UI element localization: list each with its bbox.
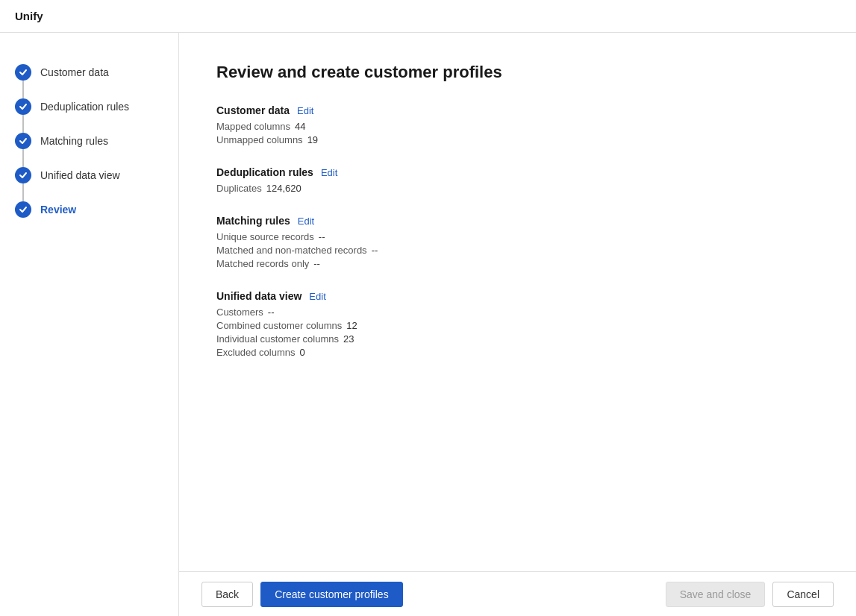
sidebar-item-review[interactable]: Review <box>0 192 178 227</box>
content-area: Review and create customer profiles Cust… <box>179 33 856 571</box>
sidebar-item-label-deduplication-rules: Deduplication rules <box>40 101 129 113</box>
sidebar: Customer data Deduplication rules Matchi… <box>0 33 179 616</box>
customer-data-section: Customer dataEditMapped columns44Unmappe… <box>216 104 819 145</box>
sidebar-item-label-customer-data: Customer data <box>40 66 109 78</box>
deduplication-rules-section-edit-link[interactable]: Edit <box>321 167 337 178</box>
section-row: Combined customer columns12 <box>216 320 819 331</box>
sidebar-item-label-matching-rules: Matching rules <box>40 135 108 147</box>
matching-rules-section: Matching rulesEditUnique source records-… <box>216 215 819 269</box>
row-value: -- <box>268 307 275 318</box>
row-value: -- <box>313 258 320 269</box>
step-icon-review <box>15 201 31 218</box>
section-row: Individual customer columns23 <box>216 333 819 345</box>
app-title: Unify <box>15 10 43 22</box>
row-label: Individual customer columns <box>216 333 339 345</box>
sidebar-item-label-review: Review <box>40 204 76 216</box>
row-label: Matched and non-matched records <box>216 245 367 256</box>
row-label: Mapped columns <box>216 121 290 132</box>
unified-data-view-section-title: Unified data view <box>216 290 302 302</box>
section-row: Mapped columns44 <box>216 121 819 132</box>
section-row: Unmapped columns19 <box>216 134 819 145</box>
section-row: Matched and non-matched records-- <box>216 245 819 256</box>
row-label: Customers <box>216 307 263 318</box>
sidebar-item-matching-rules[interactable]: Matching rules <box>0 124 178 158</box>
cancel-button[interactable]: Cancel <box>772 582 834 607</box>
section-row: Customers-- <box>216 307 819 318</box>
row-label: Unique source records <box>216 231 314 242</box>
section-row: Unique source records-- <box>216 231 819 242</box>
step-icon-unified-data-view <box>15 167 31 183</box>
back-button[interactable]: Back <box>201 582 253 607</box>
row-value: 0 <box>300 347 305 358</box>
unified-data-view-section-header: Unified data viewEdit <box>216 290 819 302</box>
main-layout: Customer data Deduplication rules Matchi… <box>0 33 856 616</box>
deduplication-rules-section-title: Deduplication rules <box>216 166 313 178</box>
app-header: Unify <box>0 0 856 33</box>
customer-data-section-edit-link[interactable]: Edit <box>297 105 313 116</box>
row-label: Duplicates <box>216 183 262 194</box>
sidebar-item-deduplication-rules[interactable]: Deduplication rules <box>0 89 178 124</box>
matching-rules-section-title: Matching rules <box>216 215 290 227</box>
step-icon-customer-data <box>15 64 31 81</box>
customer-data-section-title: Customer data <box>216 104 290 116</box>
row-value: 12 <box>346 320 357 331</box>
row-value: 19 <box>307 134 318 145</box>
matching-rules-section-header: Matching rulesEdit <box>216 215 819 227</box>
section-row: Excluded columns0 <box>216 347 819 358</box>
deduplication-rules-section: Deduplication rulesEditDuplicates124,620 <box>216 166 819 194</box>
row-label: Unmapped columns <box>216 134 303 145</box>
main-content: Review and create customer profiles Cust… <box>179 33 856 616</box>
sidebar-item-label-unified-data-view: Unified data view <box>40 169 120 181</box>
sidebar-item-unified-data-view[interactable]: Unified data view <box>0 158 178 192</box>
customer-data-section-header: Customer dataEdit <box>216 104 819 116</box>
footer-right: Save and close Cancel <box>666 582 834 607</box>
unified-data-view-section: Unified data viewEditCustomers--Combined… <box>216 290 819 358</box>
step-icon-matching-rules <box>15 133 31 149</box>
deduplication-rules-section-header: Deduplication rulesEdit <box>216 166 819 178</box>
step-icon-deduplication-rules <box>15 98 31 115</box>
row-value: -- <box>372 245 378 256</box>
sections-container: Customer dataEditMapped columns44Unmappe… <box>216 104 819 358</box>
save-close-button[interactable]: Save and close <box>666 582 766 607</box>
footer-left: Back Create customer profiles <box>201 582 403 607</box>
row-label: Excluded columns <box>216 347 296 358</box>
row-value: -- <box>319 231 325 242</box>
unified-data-view-section-edit-link[interactable]: Edit <box>309 291 325 302</box>
row-value: 44 <box>295 121 305 132</box>
page-title: Review and create customer profiles <box>216 63 819 82</box>
matching-rules-section-edit-link[interactable]: Edit <box>298 216 314 227</box>
row-value: 124,620 <box>266 183 302 194</box>
create-profiles-button[interactable]: Create customer profiles <box>260 582 403 607</box>
footer: Back Create customer profiles Save and c… <box>179 571 856 616</box>
row-label: Combined customer columns <box>216 320 342 331</box>
section-row: Duplicates124,620 <box>216 183 819 194</box>
row-label: Matched records only <box>216 258 309 269</box>
sidebar-item-customer-data[interactable]: Customer data <box>0 55 178 89</box>
row-value: 23 <box>343 333 354 345</box>
section-row: Matched records only-- <box>216 258 819 269</box>
